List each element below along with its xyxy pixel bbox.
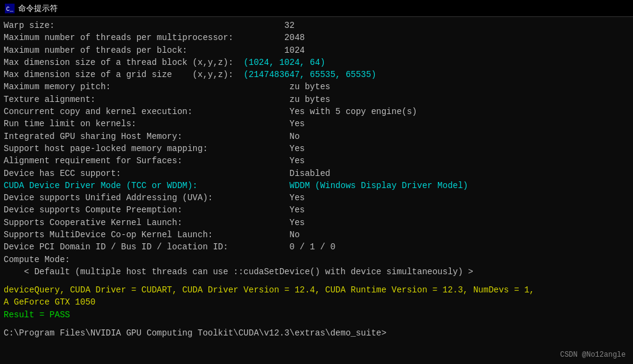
cmd-icon: C_	[5, 4, 15, 13]
watermark: CSDN @No12angle	[560, 351, 626, 359]
terminal-line	[4, 278, 629, 284]
terminal-line: Support host page-locked memory mapping:…	[4, 143, 629, 155]
terminal-body: Warp size: 32Maximum number of threads p…	[0, 17, 633, 364]
terminal-line: deviceQuery, CUDA Driver = CUDART, CUDA …	[4, 284, 629, 296]
terminal-line: Concurrent copy and kernel execution: Ye…	[4, 106, 629, 118]
terminal-line: < Default (multiple host threads can use…	[4, 266, 629, 278]
terminal-line: Run time limit on kernels: Yes	[4, 118, 629, 130]
terminal-line: A GeForce GTX 1050	[4, 296, 629, 308]
terminal-line: Device has ECC support: Disabled	[4, 167, 629, 180]
title-bar: C_ 命令提示符	[0, 0, 633, 17]
terminal-line: Result = PASS	[4, 309, 629, 321]
terminal-line: Texture alignment: zu bytes	[4, 93, 629, 106]
terminal-line: Device PCI Domain ID / Bus ID / location…	[4, 241, 629, 253]
terminal-line: Device supports Compute Preemption: Yes	[4, 204, 629, 216]
terminal-line: Compute Mode:	[4, 254, 629, 266]
terminal-line: Supports MultiDevice Co-op Kernel Launch…	[4, 229, 629, 241]
terminal-line: C:\Program Files\NVIDIA GPU Computing To…	[4, 327, 629, 339]
terminal-line: Integrated GPU sharing Host Memory: No	[4, 130, 629, 143]
terminal-line: Max dimension size of a grid size (x,y,z…	[4, 69, 629, 81]
terminal-line: Max dimension size of a thread block (x,…	[4, 56, 629, 69]
terminal-line: Maximum number of threads per multiproce…	[4, 32, 629, 44]
terminal-line	[4, 321, 629, 327]
terminal-line: Supports Cooperative Kernel Launch: Yes	[4, 217, 629, 229]
window-title: 命令提示符	[18, 3, 58, 14]
svg-text:C_: C_	[6, 6, 14, 13]
terminal-line: Maximum memory pitch: zu bytes	[4, 81, 629, 93]
terminal-line: Maximum number of threads per block: 102…	[4, 44, 629, 56]
terminal-line: CUDA Device Driver Mode (TCC or WDDM): W…	[4, 180, 629, 192]
terminal-line: Alignment requirement for Surfaces: Yes	[4, 155, 629, 167]
terminal-line: Warp size: 32	[4, 19, 629, 32]
terminal-line: Device supports Unified Addressing (UVA)…	[4, 192, 629, 204]
